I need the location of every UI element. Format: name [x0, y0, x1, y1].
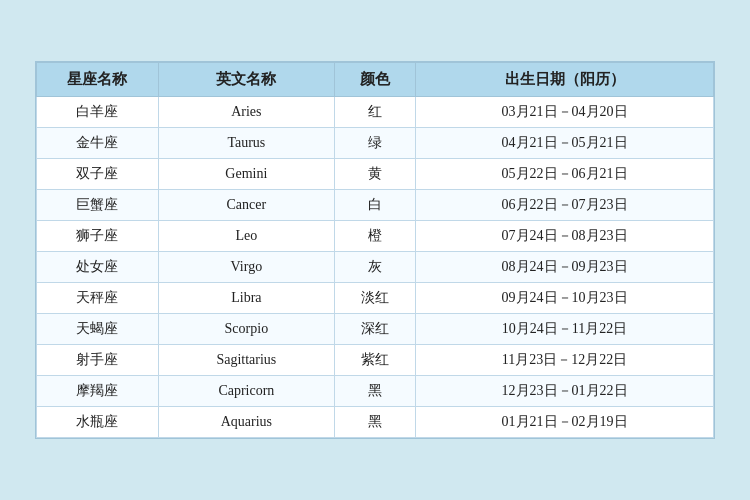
cell-color: 白: [334, 190, 415, 221]
cell-color: 绿: [334, 128, 415, 159]
table-row: 水瓶座Aquarius黑01月21日－02月19日: [37, 407, 714, 438]
cell-english: Leo: [158, 221, 334, 252]
cell-date: 06月22日－07月23日: [416, 190, 714, 221]
cell-color: 紫红: [334, 345, 415, 376]
cell-date: 10月24日－11月22日: [416, 314, 714, 345]
cell-chinese: 摩羯座: [37, 376, 159, 407]
cell-date: 12月23日－01月22日: [416, 376, 714, 407]
cell-date: 04月21日－05月21日: [416, 128, 714, 159]
table-header-row: 星座名称 英文名称 颜色 出生日期（阳历）: [37, 63, 714, 97]
table-row: 金牛座Taurus绿04月21日－05月21日: [37, 128, 714, 159]
header-color: 颜色: [334, 63, 415, 97]
cell-english: Virgo: [158, 252, 334, 283]
table-row: 天秤座Libra淡红09月24日－10月23日: [37, 283, 714, 314]
cell-date: 09月24日－10月23日: [416, 283, 714, 314]
cell-color: 黄: [334, 159, 415, 190]
cell-chinese: 狮子座: [37, 221, 159, 252]
cell-color: 深红: [334, 314, 415, 345]
header-chinese: 星座名称: [37, 63, 159, 97]
cell-color: 红: [334, 97, 415, 128]
table-row: 巨蟹座Cancer白06月22日－07月23日: [37, 190, 714, 221]
cell-date: 05月22日－06月21日: [416, 159, 714, 190]
cell-color: 灰: [334, 252, 415, 283]
cell-color: 橙: [334, 221, 415, 252]
cell-chinese: 天蝎座: [37, 314, 159, 345]
cell-date: 08月24日－09月23日: [416, 252, 714, 283]
cell-english: Scorpio: [158, 314, 334, 345]
cell-english: Sagittarius: [158, 345, 334, 376]
cell-date: 03月21日－04月20日: [416, 97, 714, 128]
header-english: 英文名称: [158, 63, 334, 97]
cell-english: Gemini: [158, 159, 334, 190]
cell-english: Libra: [158, 283, 334, 314]
cell-chinese: 天秤座: [37, 283, 159, 314]
cell-english: Cancer: [158, 190, 334, 221]
table-row: 白羊座Aries红03月21日－04月20日: [37, 97, 714, 128]
table-row: 双子座Gemini黄05月22日－06月21日: [37, 159, 714, 190]
table-row: 射手座Sagittarius紫红11月23日－12月22日: [37, 345, 714, 376]
cell-color: 黑: [334, 407, 415, 438]
cell-chinese: 白羊座: [37, 97, 159, 128]
cell-color: 淡红: [334, 283, 415, 314]
table-row: 摩羯座Capricorn黑12月23日－01月22日: [37, 376, 714, 407]
cell-english: Aries: [158, 97, 334, 128]
cell-date: 01月21日－02月19日: [416, 407, 714, 438]
cell-date: 11月23日－12月22日: [416, 345, 714, 376]
cell-chinese: 巨蟹座: [37, 190, 159, 221]
cell-chinese: 水瓶座: [37, 407, 159, 438]
zodiac-table: 星座名称 英文名称 颜色 出生日期（阳历） 白羊座Aries红03月21日－04…: [36, 62, 714, 438]
header-date: 出生日期（阳历）: [416, 63, 714, 97]
cell-english: Capricorn: [158, 376, 334, 407]
cell-chinese: 处女座: [37, 252, 159, 283]
cell-english: Aquarius: [158, 407, 334, 438]
cell-chinese: 双子座: [37, 159, 159, 190]
cell-chinese: 金牛座: [37, 128, 159, 159]
table-row: 天蝎座Scorpio深红10月24日－11月22日: [37, 314, 714, 345]
zodiac-table-container: 星座名称 英文名称 颜色 出生日期（阳历） 白羊座Aries红03月21日－04…: [35, 61, 715, 439]
cell-chinese: 射手座: [37, 345, 159, 376]
table-row: 狮子座Leo橙07月24日－08月23日: [37, 221, 714, 252]
table-row: 处女座Virgo灰08月24日－09月23日: [37, 252, 714, 283]
cell-date: 07月24日－08月23日: [416, 221, 714, 252]
cell-color: 黑: [334, 376, 415, 407]
cell-english: Taurus: [158, 128, 334, 159]
